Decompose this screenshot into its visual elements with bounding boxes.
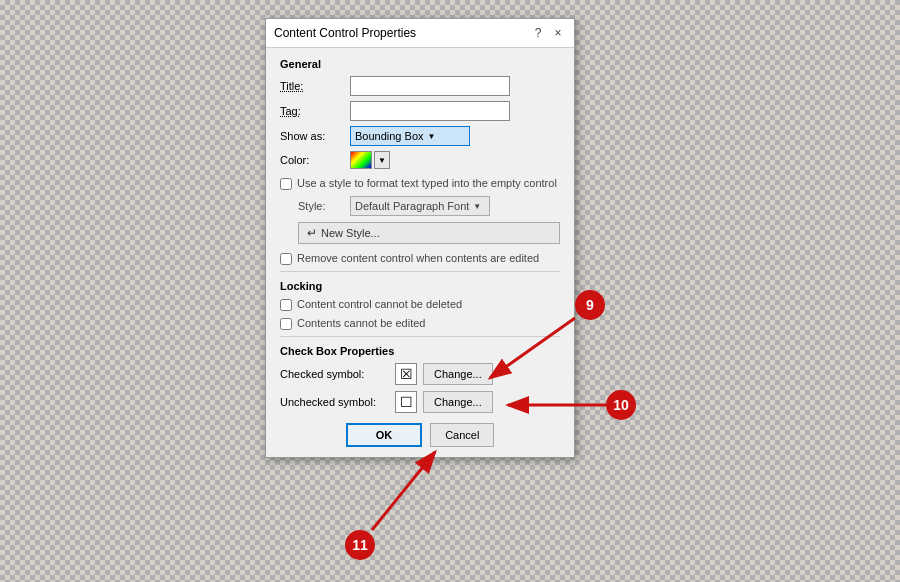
content-control-properties-dialog: Content Control Properties ? × General T… (265, 18, 575, 458)
show-as-value: Bounding Box (355, 130, 424, 142)
divider-2 (280, 336, 560, 337)
help-button[interactable]: ? (530, 25, 546, 41)
checked-symbol-row: Checked symbol: ☒ Change... (280, 363, 560, 385)
title-label: Title: (280, 80, 350, 92)
close-button[interactable]: × (550, 25, 566, 41)
tag-row: Tag: (280, 101, 560, 121)
new-style-label: New Style... (321, 227, 380, 239)
cannot-delete-checkbox[interactable] (280, 299, 292, 311)
show-as-dropdown[interactable]: Bounding Box ▼ (350, 126, 470, 146)
ok-button[interactable]: OK (346, 423, 423, 447)
show-as-arrow-icon: ▼ (428, 132, 436, 141)
color-picker: ▼ (350, 151, 390, 169)
color-row: Color: ▼ (280, 151, 560, 169)
annotation-10: 10 (606, 390, 636, 420)
remove-checkbox[interactable] (280, 253, 292, 265)
unchecked-symbol-label: Unchecked symbol: (280, 396, 395, 408)
checked-symbol-value: ☒ (400, 366, 413, 382)
title-bar: Content Control Properties ? × (266, 19, 574, 48)
color-swatch[interactable] (350, 151, 372, 169)
checked-change-button[interactable]: Change... (423, 363, 493, 385)
checked-symbol-box: ☒ (395, 363, 417, 385)
locking-section-label: Locking (280, 280, 560, 292)
new-style-icon: ↵ (307, 226, 317, 240)
new-style-button[interactable]: ↵ New Style... (298, 222, 560, 244)
cannot-delete-row: Content control cannot be deleted (280, 298, 560, 311)
color-label: Color: (280, 154, 350, 166)
title-bar-controls: ? × (530, 25, 566, 41)
unchecked-symbol-row: Unchecked symbol: ☐ Change... (280, 391, 560, 413)
use-style-row: Use a style to format text typed into th… (280, 177, 560, 190)
general-section-label: General (280, 58, 560, 70)
style-label: Style: (298, 200, 350, 212)
divider-1 (280, 271, 560, 272)
style-value: Default Paragraph Font (355, 200, 469, 212)
check-box-section-label: Check Box Properties (280, 345, 560, 357)
use-style-label: Use a style to format text typed into th… (297, 177, 557, 189)
style-dropdown[interactable]: Default Paragraph Font ▼ (350, 196, 490, 216)
title-input[interactable] (350, 76, 510, 96)
cannot-edit-row: Contents cannot be edited (280, 317, 560, 330)
cannot-edit-checkbox[interactable] (280, 318, 292, 330)
dialog-content: General Title: Tag: Show as: Bounding Bo… (266, 48, 574, 457)
annotation-11: 11 (345, 530, 375, 560)
cancel-button[interactable]: Cancel (430, 423, 494, 447)
style-row: Style: Default Paragraph Font ▼ (298, 196, 560, 216)
show-as-row: Show as: Bounding Box ▼ (280, 126, 560, 146)
title-row: Title: (280, 76, 560, 96)
remove-checkbox-row: Remove content control when contents are… (280, 252, 560, 265)
show-as-label: Show as: (280, 130, 350, 142)
remove-label: Remove content control when contents are… (297, 252, 539, 264)
dialog-title: Content Control Properties (274, 26, 416, 40)
annotation-9: 9 (575, 290, 605, 320)
ok-cancel-row: OK Cancel (280, 423, 560, 447)
unchecked-symbol-value: ☐ (400, 394, 413, 410)
color-dropdown-arrow[interactable]: ▼ (374, 151, 390, 169)
cannot-edit-label: Contents cannot be edited (297, 317, 425, 329)
cannot-delete-label: Content control cannot be deleted (297, 298, 462, 310)
checked-symbol-label: Checked symbol: (280, 368, 395, 380)
style-dropdown-arrow-icon: ▼ (473, 202, 481, 211)
use-style-checkbox[interactable] (280, 178, 292, 190)
unchecked-symbol-box: ☐ (395, 391, 417, 413)
unchecked-change-button[interactable]: Change... (423, 391, 493, 413)
tag-label: Tag: (280, 105, 350, 117)
tag-input[interactable] (350, 101, 510, 121)
